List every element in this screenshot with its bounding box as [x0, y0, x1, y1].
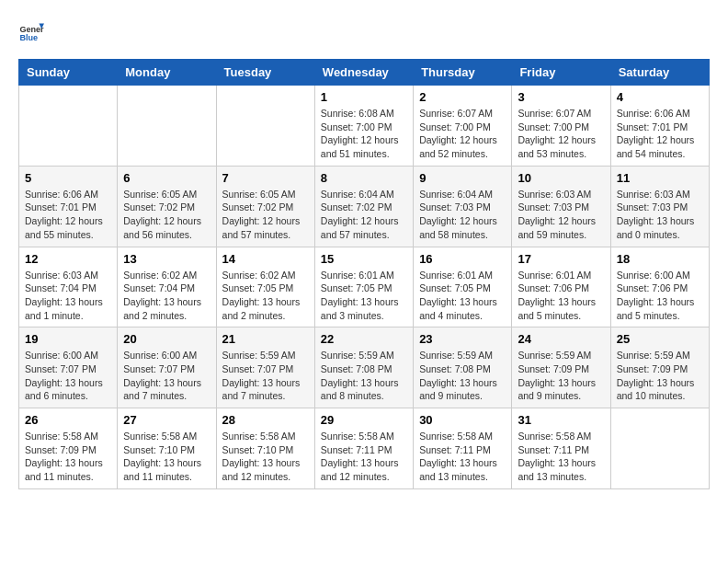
calendar-cell: 21Sunrise: 5:59 AMSunset: 7:07 PMDayligh… [216, 327, 314, 408]
week-row-2: 5Sunrise: 6:06 AMSunset: 7:01 PMDaylight… [19, 166, 710, 247]
day-number: 3 [518, 90, 604, 104]
day-info: Sunrise: 5:59 AMSunset: 7:08 PMDaylight:… [419, 349, 506, 403]
calendar-cell: 20Sunrise: 6:00 AMSunset: 7:07 PMDayligh… [118, 327, 216, 408]
calendar-cell: 25Sunrise: 5:59 AMSunset: 7:09 PMDayligh… [610, 327, 709, 408]
day-info: Sunrise: 6:04 AMSunset: 7:03 PMDaylight:… [419, 188, 506, 242]
day-info: Sunrise: 5:58 AMSunset: 7:11 PMDaylight:… [419, 430, 506, 484]
day-header-friday: Friday [512, 60, 610, 86]
calendar-cell [19, 86, 118, 167]
day-info: Sunrise: 6:07 AMSunset: 7:00 PMDaylight:… [419, 107, 506, 161]
calendar-cell: 27Sunrise: 5:58 AMSunset: 7:10 PMDayligh… [118, 408, 216, 489]
day-number: 18 [617, 252, 703, 266]
day-info: Sunrise: 6:01 AMSunset: 7:06 PMDaylight:… [518, 269, 604, 323]
day-number: 10 [518, 171, 604, 185]
calendar-cell: 6Sunrise: 6:05 AMSunset: 7:02 PMDaylight… [118, 166, 216, 247]
day-header-thursday: Thursday [414, 60, 512, 86]
calendar-cell: 30Sunrise: 5:58 AMSunset: 7:11 PMDayligh… [414, 408, 512, 489]
day-number: 6 [123, 171, 210, 185]
week-row-5: 26Sunrise: 5:58 AMSunset: 7:09 PMDayligh… [19, 408, 710, 489]
day-number: 8 [321, 171, 407, 185]
calendar-cell [216, 86, 314, 167]
calendar-cell: 13Sunrise: 6:02 AMSunset: 7:04 PMDayligh… [118, 247, 216, 327]
day-header-monday: Monday [118, 60, 216, 86]
day-number: 27 [123, 413, 210, 427]
day-header-wednesday: Wednesday [314, 60, 413, 86]
calendar-body: 1Sunrise: 6:08 AMSunset: 7:00 PMDaylight… [19, 86, 710, 489]
day-number: 25 [617, 332, 703, 346]
day-number: 30 [419, 413, 506, 427]
calendar-cell: 23Sunrise: 5:59 AMSunset: 7:08 PMDayligh… [414, 327, 512, 408]
day-info: Sunrise: 5:58 AMSunset: 7:10 PMDaylight:… [123, 430, 210, 484]
day-number: 19 [25, 332, 111, 346]
day-info: Sunrise: 6:02 AMSunset: 7:05 PMDaylight:… [222, 269, 309, 323]
calendar-cell: 12Sunrise: 6:03 AMSunset: 7:04 PMDayligh… [19, 247, 118, 327]
day-info: Sunrise: 6:03 AMSunset: 7:04 PMDaylight:… [25, 269, 111, 323]
calendar-cell: 7Sunrise: 6:05 AMSunset: 7:02 PMDaylight… [216, 166, 314, 247]
day-number: 11 [617, 171, 703, 185]
day-info: Sunrise: 6:06 AMSunset: 7:01 PMDaylight:… [25, 188, 111, 242]
day-info: Sunrise: 6:03 AMSunset: 7:03 PMDaylight:… [617, 188, 703, 242]
day-info: Sunrise: 6:07 AMSunset: 7:00 PMDaylight:… [518, 107, 604, 161]
day-header-sunday: Sunday [19, 60, 118, 86]
day-info: Sunrise: 5:59 AMSunset: 7:07 PMDaylight:… [222, 349, 309, 403]
calendar-cell: 26Sunrise: 5:58 AMSunset: 7:09 PMDayligh… [19, 408, 118, 489]
calendar-cell: 14Sunrise: 6:02 AMSunset: 7:05 PMDayligh… [216, 247, 314, 327]
day-header-tuesday: Tuesday [216, 60, 314, 86]
day-info: Sunrise: 6:00 AMSunset: 7:06 PMDaylight:… [617, 269, 703, 323]
calendar-cell: 5Sunrise: 6:06 AMSunset: 7:01 PMDaylight… [19, 166, 118, 247]
day-number: 15 [321, 252, 407, 266]
day-number: 26 [25, 413, 111, 427]
calendar-cell: 17Sunrise: 6:01 AMSunset: 7:06 PMDayligh… [512, 247, 610, 327]
day-info: Sunrise: 6:03 AMSunset: 7:03 PMDaylight:… [518, 188, 604, 242]
svg-text:Blue: Blue [19, 33, 38, 42]
calendar-cell: 18Sunrise: 6:00 AMSunset: 7:06 PMDayligh… [610, 247, 709, 327]
day-info: Sunrise: 5:58 AMSunset: 7:11 PMDaylight:… [321, 430, 407, 484]
day-info: Sunrise: 6:06 AMSunset: 7:01 PMDaylight:… [617, 107, 703, 161]
calendar-cell: 10Sunrise: 6:03 AMSunset: 7:03 PMDayligh… [512, 166, 610, 247]
day-number: 23 [419, 332, 506, 346]
calendar-cell: 29Sunrise: 5:58 AMSunset: 7:11 PMDayligh… [314, 408, 413, 489]
logo: General Blue [18, 18, 48, 44]
day-number: 22 [321, 332, 407, 346]
day-info: Sunrise: 5:59 AMSunset: 7:09 PMDaylight:… [617, 349, 703, 403]
week-row-3: 12Sunrise: 6:03 AMSunset: 7:04 PMDayligh… [19, 247, 710, 327]
calendar-header-row: SundayMondayTuesdayWednesdayThursdayFrid… [19, 60, 710, 86]
day-number: 24 [518, 332, 604, 346]
day-number: 16 [419, 252, 506, 266]
calendar-cell: 19Sunrise: 6:00 AMSunset: 7:07 PMDayligh… [19, 327, 118, 408]
calendar-cell: 31Sunrise: 5:58 AMSunset: 7:11 PMDayligh… [512, 408, 610, 489]
day-info: Sunrise: 5:58 AMSunset: 7:11 PMDaylight:… [518, 430, 604, 484]
calendar: SundayMondayTuesdayWednesdayThursdayFrid… [18, 59, 710, 489]
day-header-saturday: Saturday [610, 60, 709, 86]
header: General Blue [18, 18, 710, 44]
calendar-cell: 15Sunrise: 6:01 AMSunset: 7:05 PMDayligh… [314, 247, 413, 327]
calendar-cell [118, 86, 216, 167]
day-info: Sunrise: 6:01 AMSunset: 7:05 PMDaylight:… [321, 269, 407, 323]
calendar-cell: 1Sunrise: 6:08 AMSunset: 7:00 PMDaylight… [314, 86, 413, 167]
day-info: Sunrise: 6:01 AMSunset: 7:05 PMDaylight:… [419, 269, 506, 323]
calendar-cell: 24Sunrise: 5:59 AMSunset: 7:09 PMDayligh… [512, 327, 610, 408]
day-number: 14 [222, 252, 309, 266]
calendar-cell: 4Sunrise: 6:06 AMSunset: 7:01 PMDaylight… [610, 86, 709, 167]
day-number: 17 [518, 252, 604, 266]
day-info: Sunrise: 6:05 AMSunset: 7:02 PMDaylight:… [123, 188, 210, 242]
day-number: 29 [321, 413, 407, 427]
day-number: 7 [222, 171, 309, 185]
week-row-1: 1Sunrise: 6:08 AMSunset: 7:00 PMDaylight… [19, 86, 710, 167]
day-number: 20 [123, 332, 210, 346]
calendar-cell: 11Sunrise: 6:03 AMSunset: 7:03 PMDayligh… [610, 166, 709, 247]
logo-icon: General Blue [18, 18, 44, 44]
day-info: Sunrise: 5:59 AMSunset: 7:09 PMDaylight:… [518, 349, 604, 403]
day-info: Sunrise: 6:05 AMSunset: 7:02 PMDaylight:… [222, 188, 309, 242]
day-info: Sunrise: 5:58 AMSunset: 7:10 PMDaylight:… [222, 430, 309, 484]
day-number: 9 [419, 171, 506, 185]
calendar-cell: 22Sunrise: 5:59 AMSunset: 7:08 PMDayligh… [314, 327, 413, 408]
day-info: Sunrise: 6:02 AMSunset: 7:04 PMDaylight:… [123, 269, 210, 323]
calendar-cell: 2Sunrise: 6:07 AMSunset: 7:00 PMDaylight… [414, 86, 512, 167]
calendar-cell [610, 408, 709, 489]
day-info: Sunrise: 6:04 AMSunset: 7:02 PMDaylight:… [321, 188, 407, 242]
day-number: 31 [518, 413, 604, 427]
day-number: 21 [222, 332, 309, 346]
calendar-cell: 28Sunrise: 5:58 AMSunset: 7:10 PMDayligh… [216, 408, 314, 489]
day-number: 13 [123, 252, 210, 266]
